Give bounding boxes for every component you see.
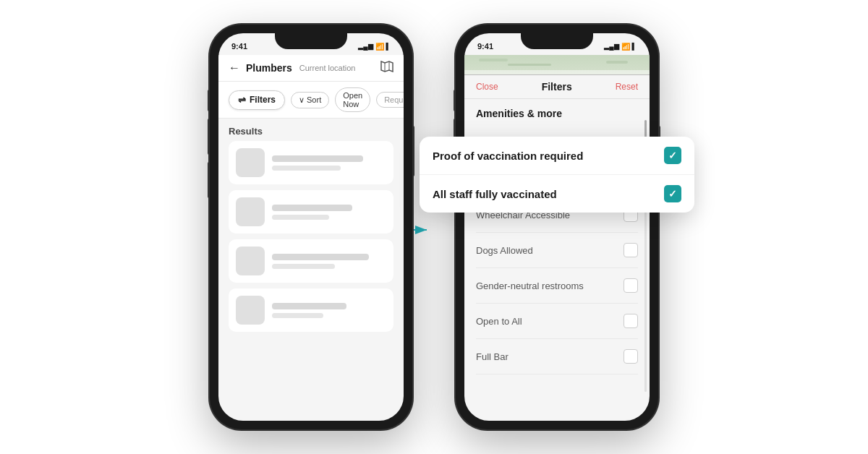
filters-icon: ⇌: [238, 95, 246, 106]
result-thumbnail: [236, 296, 265, 325]
filters-reset-button[interactable]: Reset: [616, 82, 638, 92]
wifi2-icon: 📶: [621, 43, 630, 51]
gender-neutral-checkbox[interactable]: [624, 278, 638, 293]
result-line2: [272, 215, 329, 220]
phone2-screen: 9:41 ▂▄▆ 📶 ▌ Close Filters Reset: [464, 33, 650, 421]
phone1-side-btn3: [208, 162, 210, 198]
full-bar-checkbox[interactable]: [624, 349, 638, 364]
result-line2: [272, 264, 335, 269]
map-icon[interactable]: [380, 61, 393, 75]
callout-item-vaccination[interactable]: Proof of vaccination required: [420, 137, 694, 175]
filters-header: Close Filters Reset: [464, 75, 650, 99]
callout-box: Proof of vaccination required All staff …: [420, 137, 694, 213]
phone2-time: 9:41: [477, 42, 493, 51]
search-subtitle: Current location: [299, 64, 356, 72]
phone1-power-btn: [412, 126, 414, 176]
sort-label: Sort: [307, 95, 321, 104]
result-item[interactable]: [229, 190, 393, 234]
phone-1: 9:41 ▂▄▆ 📶 ▌ ← Plumbers Current location: [210, 25, 412, 429]
full-bar-label: Full Bar: [476, 351, 509, 362]
scene: 9:41 ▂▄▆ 📶 ▌ ← Plumbers Current location: [0, 0, 868, 454]
vaccination-label: Proof of vaccination required: [433, 150, 583, 162]
phone1-screen: 9:41 ▂▄▆ 📶 ▌ ← Plumbers Current location: [218, 33, 404, 421]
staff-checkbox[interactable]: [664, 185, 681, 202]
filters-title: Filters: [542, 81, 572, 93]
result-info: [272, 205, 386, 220]
open-now-button[interactable]: Open Now: [335, 87, 370, 112]
result-line1: [272, 303, 346, 309]
arrow-connector-svg: [0, 0, 868, 454]
results-label: Results: [218, 119, 404, 141]
result-line2: [272, 166, 341, 171]
phone2-notch: [521, 33, 593, 49]
result-thumbnail: [236, 148, 265, 177]
filters-button[interactable]: ⇌ Filters: [229, 90, 285, 110]
phone1-status-icons: ▂▄▆ 📶 ▌: [358, 43, 391, 51]
callout-item-staff[interactable]: All staff fully vaccinated: [420, 175, 694, 213]
more-filters-label: Requ…: [384, 95, 404, 104]
result-info: [272, 155, 386, 171]
result-line1: [272, 254, 369, 260]
result-info: [272, 254, 386, 269]
phone2-status-icons: ▂▄▆ 📶 ▌: [604, 43, 637, 51]
result-line1: [272, 205, 352, 211]
sort-button[interactable]: ∨ Sort: [291, 92, 329, 108]
open-to-all-label: Open to All: [476, 316, 522, 327]
phone1-side-btn2: [208, 119, 210, 155]
amenities-section-title: Amenities & more: [464, 99, 650, 125]
result-line1: [272, 155, 363, 162]
back-arrow-icon[interactable]: ←: [229, 61, 240, 74]
map-partial: [464, 55, 650, 75]
more-filters-button[interactable]: Requ…: [376, 92, 404, 108]
phone-2: Proof of vaccination required All staff …: [456, 25, 658, 429]
filters-label: Filters: [250, 95, 276, 105]
gender-neutral-label: Gender-neutral restrooms: [476, 280, 584, 291]
phone1-notch: [275, 33, 347, 49]
search-title: Plumbers: [246, 62, 292, 74]
dogs-label: Dogs Allowed: [476, 245, 533, 256]
open-now-label: Open Now: [343, 91, 362, 108]
signal2-icon: ▂▄▆: [604, 43, 618, 50]
filter-item-gender-neutral[interactable]: Gender-neutral restrooms: [476, 268, 638, 304]
search-header: ← Plumbers Current location: [218, 55, 404, 82]
battery-icon: ▌: [386, 43, 391, 50]
result-thumbnail: [236, 247, 265, 275]
dogs-checkbox[interactable]: [624, 243, 638, 257]
phone2-side-btn1: [454, 90, 456, 111]
staff-label: All staff fully vaccinated: [433, 188, 557, 200]
phone1-side-btn1: [208, 90, 210, 111]
filter-item-dogs[interactable]: Dogs Allowed: [476, 233, 638, 268]
sort-chevron-icon: ∨: [299, 95, 305, 105]
filter-item-full-bar[interactable]: Full Bar: [476, 339, 638, 374]
signal-icon: ▂▄▆: [358, 43, 373, 50]
result-line2: [272, 313, 323, 318]
phone1-time: 9:41: [231, 42, 247, 51]
result-info: [272, 303, 386, 318]
open-to-all-checkbox[interactable]: [624, 314, 638, 328]
vaccination-checkbox[interactable]: [664, 147, 681, 164]
filter-list: Wheelchair Accessible Dogs Allowed Gende…: [464, 197, 650, 374]
result-thumbnail: [236, 197, 265, 226]
battery2-icon: ▌: [632, 43, 637, 50]
filters-close-button[interactable]: Close: [476, 82, 498, 92]
filter-item-open-to-all[interactable]: Open to All: [476, 304, 638, 339]
result-item[interactable]: [229, 141, 393, 184]
filter-row: ⇌ Filters ∨ Sort Open Now Requ…: [218, 82, 404, 119]
result-item[interactable]: [229, 239, 393, 283]
result-item[interactable]: [229, 288, 393, 332]
wifi-icon: 📶: [375, 43, 384, 51]
